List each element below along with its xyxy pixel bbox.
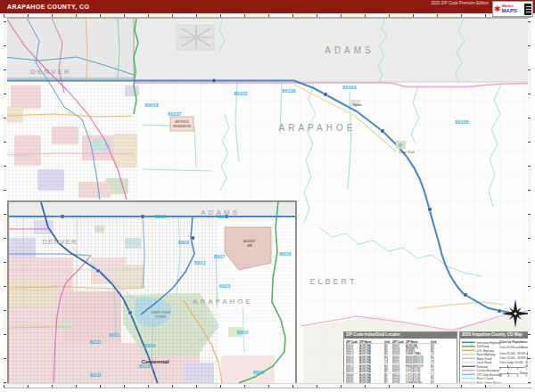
brand-logo: ✱ Market MAPS	[492, 1, 533, 17]
city-pop-row: Cities 50,000 and AboveCity	[499, 344, 531, 351]
legend-line-label: Toll Road	[477, 345, 490, 348]
star-icon: ✱	[494, 5, 501, 13]
zip-table-cell: AURORA	[359, 388, 384, 388]
legend-line-label: Interstate Highway	[477, 341, 501, 345]
grid-ruler-bottom	[4, 383, 531, 388]
legend-line-sample	[462, 342, 475, 343]
legend-line-label: County Boundary	[477, 369, 499, 372]
zip-table-cell: B1	[431, 388, 439, 388]
edition-label: 2020 ZIP Code Premium Edition	[432, 1, 489, 5]
grid-ruler-top	[4, 13, 531, 18]
legend-title: 2020 Arapahoe County, CO Map	[462, 332, 523, 337]
title-bar: ARAPAHOE COUNTY, CO 2020 ZIP Code Premiu…	[0, 0, 535, 13]
city-pop-label: Cities Under 10,000	[499, 361, 523, 363]
scale-bar-line	[499, 366, 525, 368]
legend-line-label: Railroad	[477, 365, 488, 369]
legend-line-label: Major Road	[477, 357, 492, 361]
legend-line-sample	[462, 378, 475, 379]
legend-line-sample	[462, 346, 475, 347]
zip-table-title-bar: ZIP Code Index/Grid Locator	[344, 332, 457, 339]
scale-bar-tick: 6	[517, 374, 519, 377]
zip-table-body: ZIP CodeZIP NameGridZIP CodeZIP NameGrid…	[346, 340, 457, 388]
legend-box: 2020 Arapahoe County, CO Map Interstate …	[459, 331, 531, 388]
grid-ruler-left	[4, 18, 7, 383]
scale-bar-tick: 4	[517, 368, 519, 371]
map-poster: DENVERADAMSARAPAHOEELBERT800188013780102…	[0, 0, 535, 392]
legend-line-label: U.S. Highway	[477, 349, 495, 353]
inset-canvas	[9, 202, 297, 385]
scale-bar-tick: 0	[499, 374, 501, 377]
scale-bar-tick: 0	[499, 368, 501, 371]
legend-city-population: Cities by PopulationCities 50,000 and Ab…	[499, 340, 531, 377]
scale-bar-line	[499, 372, 519, 374]
zip-table-cell: 80046	[346, 388, 359, 388]
compass-rose-icon	[501, 299, 530, 328]
legend-line-label: ZIP Code Boundary	[477, 373, 502, 377]
grid-ruler-right	[528, 18, 531, 383]
scale-bar-tick: 6	[525, 368, 527, 371]
zip-table-cell: C3	[384, 388, 392, 388]
zip-index-table: ZIP Code Index/Grid Locator ZIP CodeZIP …	[343, 331, 457, 388]
city-pop-row: Cities Under 10,000City	[499, 361, 531, 364]
legend-title-bar: 2020 Arapahoe County, CO Map	[460, 332, 531, 339]
legend-line-sample	[462, 350, 475, 351]
legend-line-label: River / Creek	[477, 377, 494, 380]
legend-line-sample	[462, 370, 475, 371]
legend-line-sample	[462, 366, 475, 367]
airport-runways	[177, 25, 214, 50]
city-pop-label: Cities 10,000 - 24,999	[499, 357, 525, 360]
legend-line-label: Local Road	[477, 361, 491, 364]
zip-table-title: ZIP Code Index/Grid Locator	[346, 332, 400, 337]
city-pop-label: Cities 50,000 and Above	[499, 346, 529, 348]
legend-line-sample	[462, 358, 475, 359]
legend-line-samples: Interstate HighwayToll RoadU.S. HighwayS…	[462, 340, 498, 385]
brand-line-2: MAPS	[502, 8, 525, 13]
zip-table-cell: ENGLEWOOD	[406, 388, 431, 388]
brand-line-1: Market	[502, 5, 514, 7]
legend-line-label: State Highway	[477, 353, 496, 356]
scale-bar-tick: 3	[508, 374, 510, 377]
legend-line-sample	[462, 374, 475, 375]
scale-bar-tick: 9	[525, 374, 527, 377]
scale-bar: Miles0246	[499, 365, 531, 371]
scale-bar-tick: 2	[508, 368, 510, 371]
logo-badge-icon	[524, 4, 531, 15]
city-pop-label: Cities 25,000 - 49,999	[499, 352, 525, 355]
scale-bar: Kilometers0369	[499, 372, 531, 377]
zip-table-cell: 80150	[392, 388, 406, 388]
legend-line-sample	[462, 354, 475, 355]
city-pop-heading: Cities by Population	[499, 340, 531, 344]
page-title: ARAPAHOE COUNTY, CO	[7, 4, 89, 10]
legend-line-sample	[462, 362, 475, 363]
inset-map: ADAMSDENVERARAPAHOE800198001180010800128…	[7, 200, 297, 385]
brand-logo-text: Market MAPS	[502, 4, 525, 13]
